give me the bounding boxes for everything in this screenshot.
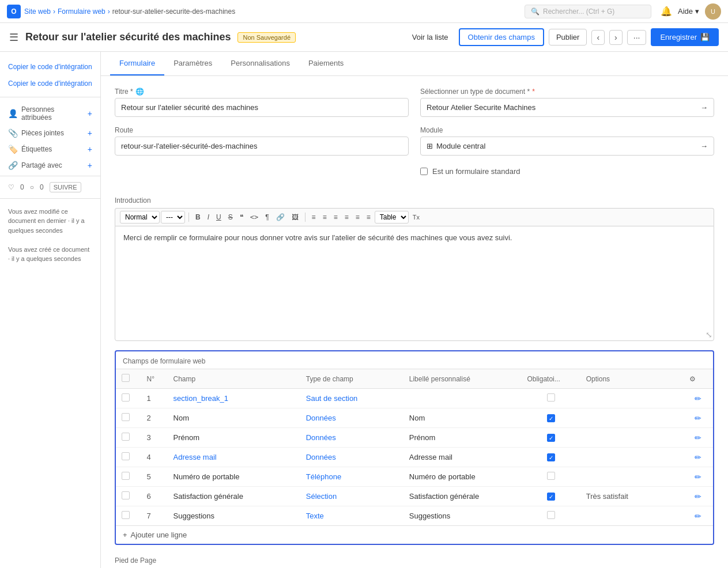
bold-button[interactable]: B bbox=[193, 211, 203, 223]
align-outdent-button[interactable]: ≡ bbox=[364, 211, 374, 223]
field-type-5[interactable]: Sélection bbox=[306, 492, 337, 501]
list-bullet-button[interactable]: ≡ bbox=[320, 211, 330, 223]
search-box[interactable]: 🔍 Rechercher... (Ctrl + G) bbox=[525, 5, 651, 18]
required-checkbox-2[interactable]: ✓ bbox=[547, 434, 555, 442]
module-select[interactable]: ⊞ Module central → bbox=[420, 137, 714, 156]
underline-button[interactable]: U bbox=[213, 211, 224, 223]
header-num: N° bbox=[141, 369, 167, 389]
enregistrer-button[interactable]: Enregistrer 💾 bbox=[651, 28, 719, 46]
required-checkbox-5[interactable]: ✓ bbox=[547, 493, 555, 501]
tab-formulaire[interactable]: Formulaire bbox=[110, 52, 164, 75]
nav-next-button[interactable]: › bbox=[609, 30, 623, 45]
menu-icon[interactable]: ☰ bbox=[9, 31, 18, 44]
required-checkbox-4[interactable] bbox=[547, 472, 555, 480]
plus-icon[interactable]: + bbox=[88, 109, 92, 118]
search-icon: 🔍 bbox=[531, 7, 540, 16]
introduction-content[interactable]: Merci de remplir ce formulaire pour nous… bbox=[115, 226, 714, 341]
field-type-3[interactable]: Données bbox=[306, 453, 336, 461]
row-checkbox-1[interactable] bbox=[122, 413, 130, 421]
required-checkbox-1[interactable]: ✓ bbox=[547, 414, 555, 422]
tab-parametres[interactable]: Paramètres bbox=[164, 52, 221, 75]
edit-icon-1[interactable]: ✏ bbox=[695, 414, 701, 423]
format-select[interactable]: --- bbox=[161, 211, 185, 224]
voir-liste-button[interactable]: Voir la liste bbox=[406, 29, 454, 45]
code-button[interactable]: <> bbox=[247, 211, 261, 223]
header-type: Type de champ bbox=[300, 369, 403, 389]
edit-icon-3[interactable]: ✏ bbox=[695, 453, 701, 462]
blockquote-button[interactable]: ❝ bbox=[237, 211, 246, 223]
select-all-checkbox[interactable] bbox=[122, 374, 130, 382]
resize-handle[interactable]: ⤡ bbox=[706, 330, 712, 339]
required-checkbox-6[interactable] bbox=[547, 511, 555, 519]
type-select[interactable]: Retour Atelier Securite Machines → bbox=[420, 98, 714, 117]
row-checkbox-5[interactable] bbox=[122, 491, 130, 499]
row-num-3: 4 bbox=[146, 453, 150, 461]
sidebar-copy-code-2[interactable]: Copier le code d'intégration bbox=[0, 75, 100, 92]
search-placeholder: Rechercher... (Ctrl + G) bbox=[543, 7, 614, 16]
field-type-1[interactable]: Données bbox=[306, 414, 336, 422]
sidebar-item-personnes[interactable]: 👤 Personnes attribuées + bbox=[0, 102, 100, 125]
standard-checkbox-row: Est un formulaire standard bbox=[420, 167, 520, 176]
sidebar-copy-code-1[interactable]: Copier le code d'intégration bbox=[0, 59, 100, 75]
table-row: 7 Suggestions Texte Suggestions ✏ bbox=[116, 506, 713, 526]
edit-icon-4[interactable]: ✏ bbox=[695, 472, 701, 482]
field-type-0[interactable]: Saut de section bbox=[306, 394, 358, 403]
row-checkbox-3[interactable] bbox=[122, 452, 130, 460]
table-select[interactable]: Table bbox=[375, 211, 409, 224]
required-checkbox-0[interactable] bbox=[547, 393, 555, 402]
strikethrough-button[interactable]: S bbox=[225, 211, 236, 223]
publier-button[interactable]: Publier bbox=[549, 29, 587, 46]
row-checkbox-2[interactable] bbox=[122, 433, 130, 441]
paragraph-button[interactable]: ¶ bbox=[262, 211, 271, 223]
notification-bell-icon[interactable]: 🔔 bbox=[661, 6, 672, 17]
field-type-6[interactable]: Texte bbox=[306, 512, 324, 520]
sidebar-item-partage[interactable]: 🔗 Partagé avec + bbox=[0, 157, 100, 173]
clear-format-button[interactable]: Tx bbox=[410, 212, 423, 222]
titre-input[interactable] bbox=[115, 98, 409, 117]
style-select[interactable]: Normal bbox=[120, 211, 160, 224]
route-input[interactable] bbox=[115, 137, 409, 156]
list-ordered-button[interactable]: ≡ bbox=[309, 211, 319, 223]
breadcrumb-formulaire[interactable]: Formulaire web bbox=[58, 7, 105, 16]
field-type-2[interactable]: Données bbox=[306, 433, 336, 442]
plus-icon[interactable]: + bbox=[88, 145, 92, 154]
required-checkbox-3[interactable]: ✓ bbox=[547, 453, 555, 461]
tab-personnalisations[interactable]: Personnalisations bbox=[221, 52, 299, 75]
list-check-button[interactable]: ≡ bbox=[331, 211, 341, 223]
align-indent-button[interactable]: ≡ bbox=[353, 211, 363, 223]
plus-icon[interactable]: + bbox=[88, 161, 92, 170]
field-type-4[interactable]: Téléphone bbox=[306, 472, 341, 481]
avatar[interactable]: U bbox=[705, 3, 721, 20]
row-num-0: 1 bbox=[146, 394, 150, 403]
settings-icon[interactable]: ⚙ bbox=[689, 375, 696, 383]
tab-paiements[interactable]: Paiements bbox=[299, 52, 353, 75]
row-checkbox-6[interactable] bbox=[122, 511, 130, 519]
standard-checkbox[interactable] bbox=[420, 168, 428, 175]
unsaved-badge: Non Sauvegardé bbox=[237, 32, 296, 43]
sidebar-item-etiquettes[interactable]: 🏷️ Étiquettes + bbox=[0, 141, 100, 157]
main-layout: Copier le code d'intégration Copier le c… bbox=[0, 52, 728, 568]
more-options-button[interactable]: ··· bbox=[627, 30, 647, 45]
field-label-3: Adresse mail bbox=[409, 453, 452, 461]
field-name-3[interactable]: Adresse mail bbox=[173, 453, 217, 461]
edit-icon-6[interactable]: ✏ bbox=[695, 512, 701, 521]
follow-button[interactable]: SUIVRE bbox=[50, 182, 81, 192]
edit-icon-0[interactable]: ✏ bbox=[695, 394, 701, 403]
add-row-button[interactable]: + Ajouter une ligne bbox=[116, 525, 713, 544]
help-button[interactable]: Aide ▾ bbox=[678, 7, 699, 16]
breadcrumb-site[interactable]: Site web bbox=[24, 7, 51, 16]
italic-button[interactable]: I bbox=[205, 211, 212, 223]
edit-icon-5[interactable]: ✏ bbox=[695, 492, 701, 501]
edit-icon-2[interactable]: ✏ bbox=[695, 433, 701, 442]
obtenir-champs-button[interactable]: Obtenir des champs bbox=[459, 28, 544, 46]
row-checkbox-4[interactable] bbox=[122, 472, 130, 480]
field-name-0[interactable]: section_break_1 bbox=[173, 394, 228, 403]
sidebar-item-pieces[interactable]: 📎 Pièces jointes + bbox=[0, 125, 100, 141]
align-left-button[interactable]: ≡ bbox=[342, 211, 352, 223]
row-checkbox-0[interactable] bbox=[122, 393, 130, 402]
image-button[interactable]: 🖼 bbox=[289, 211, 301, 223]
nav-prev-button[interactable]: ‹ bbox=[591, 30, 605, 45]
plus-icon[interactable]: + bbox=[88, 128, 92, 138]
link-button[interactable]: 🔗 bbox=[273, 211, 288, 223]
sidebar-item-label: Personnes attribuées bbox=[21, 105, 84, 122]
